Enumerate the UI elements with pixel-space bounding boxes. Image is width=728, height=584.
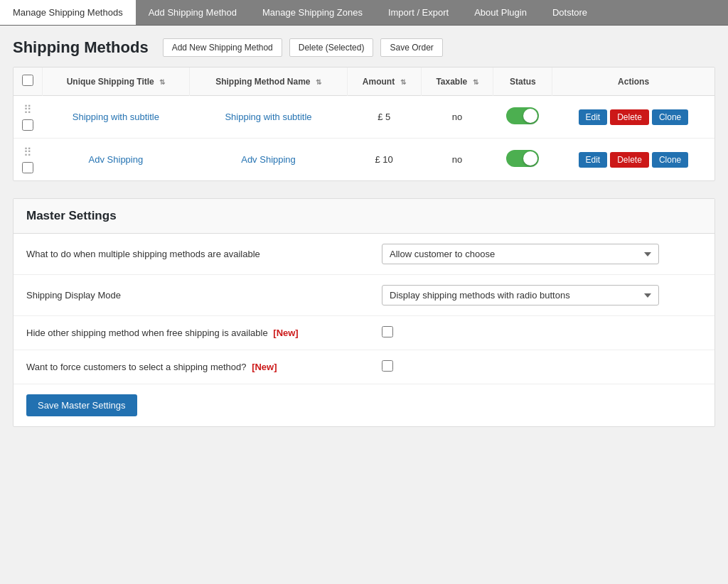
row1-taxable: no <box>421 96 493 139</box>
save-order-button[interactable]: Save Order <box>380 38 442 57</box>
setting-row-hide-free: Hide other shipping method when free shi… <box>14 316 714 350</box>
row2-delete-button[interactable]: Delete <box>610 152 649 168</box>
sort-arrows-name[interactable]: ⇅ <box>316 78 321 86</box>
row2-title: Adv Shipping <box>42 139 190 181</box>
master-settings-section: Master Settings What to do when multiple… <box>13 198 715 427</box>
row1-drag-cb: ⠿ <box>14 96 42 139</box>
delete-selected-button[interactable]: Delete (Selected) <box>289 38 374 57</box>
row1-actions: Edit Delete Clone <box>552 96 714 139</box>
save-master-settings-wrapper: Save Master Settings <box>14 384 714 426</box>
row2-clone-button[interactable]: Clone <box>652 152 688 168</box>
row2-action-buttons: Edit Delete Clone <box>558 152 709 168</box>
table-header-row: Unique Shipping Title ⇅ Shipping Method … <box>14 67 714 96</box>
main-content: Shipping Methods Add New Shipping Method… <box>0 26 728 440</box>
nav-manage-shipping-zones[interactable]: Manage Shipping Zones <box>250 0 375 25</box>
shipping-methods-table-wrapper: Unique Shipping Title ⇅ Shipping Method … <box>13 67 715 181</box>
row1-checkbox[interactable] <box>22 119 33 131</box>
select-all-checkbox[interactable] <box>22 75 33 86</box>
nav-about-plugin[interactable]: About Plugin <box>461 0 540 25</box>
master-settings-title: Master Settings <box>26 209 702 223</box>
sort-arrows-amount[interactable]: ⇅ <box>400 78 406 86</box>
shipping-methods-table: Unique Shipping Title ⇅ Shipping Method … <box>14 67 714 180</box>
master-settings-header: Master Settings <box>14 199 714 234</box>
row1-delete-button[interactable]: Delete <box>610 109 649 125</box>
row2-edit-button[interactable]: Edit <box>579 152 608 168</box>
col-header-status: Status <box>493 67 552 96</box>
shipping-methods-header: Shipping Methods Add New Shipping Method… <box>13 38 715 57</box>
table-row: ⠿ Shipping with subtitle Shipping with s… <box>14 96 714 139</box>
row1-action-buttons: Edit Delete Clone <box>558 109 709 125</box>
row1-title-link[interactable]: Shipping with subtitle <box>73 112 159 122</box>
setting-control-hide-free <box>382 326 702 340</box>
setting-control-multiple-methods: Allow customer to choose Use cheapest me… <box>382 244 702 264</box>
row2-amount: £ 10 <box>347 139 421 181</box>
col-header-name: Shipping Method Name ⇅ <box>190 67 347 96</box>
display-mode-select[interactable]: Display shipping methods with radio butt… <box>382 285 659 305</box>
sort-arrows-title[interactable]: ⇅ <box>159 78 165 86</box>
row1-title: Shipping with subtitle <box>42 96 190 139</box>
drag-handle-row2[interactable]: ⠿ <box>23 146 32 159</box>
nav-dotstore[interactable]: Dotstore <box>540 0 600 25</box>
col-header-amount: Amount ⇅ <box>347 67 421 96</box>
new-badge-force-select: [New] <box>252 362 277 372</box>
row2-status-toggle[interactable] <box>506 150 539 167</box>
row2-name-link[interactable]: Adv Shipping <box>241 154 296 165</box>
drag-handle-row1[interactable]: ⠿ <box>23 103 32 117</box>
col-header-actions: Actions <box>552 67 714 96</box>
sort-arrows-taxable[interactable]: ⇅ <box>473 78 478 86</box>
nav-manage-shipping-methods[interactable]: Manage Shipping Methods <box>0 0 136 25</box>
setting-label-display-mode: Shipping Display Mode <box>26 290 382 301</box>
setting-label-hide-free: Hide other shipping method when free shi… <box>26 328 382 338</box>
row2-title-link[interactable]: Adv Shipping <box>89 154 144 165</box>
row1-status-toggle[interactable] <box>506 107 539 124</box>
row1-clone-button[interactable]: Clone <box>652 109 688 125</box>
save-master-settings-button[interactable]: Save Master Settings <box>26 394 137 416</box>
setting-label-multiple-methods: What to do when multiple shipping method… <box>26 249 382 259</box>
row2-taxable: no <box>421 139 493 181</box>
row2-status <box>493 139 552 181</box>
multiple-methods-select[interactable]: Allow customer to choose Use cheapest me… <box>382 244 659 264</box>
row1-name-link[interactable]: Shipping with subtitle <box>225 112 311 122</box>
col-header-title: Unique Shipping Title ⇅ <box>42 67 190 96</box>
setting-control-force-select <box>382 360 702 374</box>
nav-import-export[interactable]: Import / Export <box>375 0 461 25</box>
nav-add-shipping-method[interactable]: Add Shipping Method <box>136 0 250 25</box>
top-navigation: Manage Shipping Methods Add Shipping Met… <box>0 0 728 26</box>
hide-free-checkbox[interactable] <box>382 326 393 337</box>
setting-row-force-select: Want to force customers to select a ship… <box>14 350 714 384</box>
row1-status <box>493 96 552 139</box>
row1-edit-button[interactable]: Edit <box>579 109 608 125</box>
row2-name: Adv Shipping <box>190 139 347 181</box>
setting-control-display-mode: Display shipping methods with radio butt… <box>382 285 702 305</box>
setting-row-multiple-methods: What to do when multiple shipping method… <box>14 234 714 275</box>
row1-name: Shipping with subtitle <box>190 96 347 139</box>
row2-actions: Edit Delete Clone <box>552 139 714 181</box>
setting-label-force-select: Want to force customers to select a ship… <box>26 362 382 372</box>
shipping-methods-title: Shipping Methods <box>13 38 149 57</box>
force-select-checkbox[interactable] <box>382 360 393 372</box>
table-row: ⠿ Adv Shipping Adv Shipping £ 10 no <box>14 139 714 181</box>
select-all-header <box>14 67 42 96</box>
setting-row-display-mode: Shipping Display Mode Display shipping m… <box>14 275 714 316</box>
add-new-shipping-method-button[interactable]: Add New Shipping Method <box>163 38 282 57</box>
col-header-taxable: Taxable ⇅ <box>421 67 493 96</box>
row2-checkbox[interactable] <box>22 162 33 173</box>
new-badge-hide-free: [New] <box>273 328 298 338</box>
row2-drag-cb: ⠿ <box>14 139 42 181</box>
row1-amount: £ 5 <box>347 96 421 139</box>
